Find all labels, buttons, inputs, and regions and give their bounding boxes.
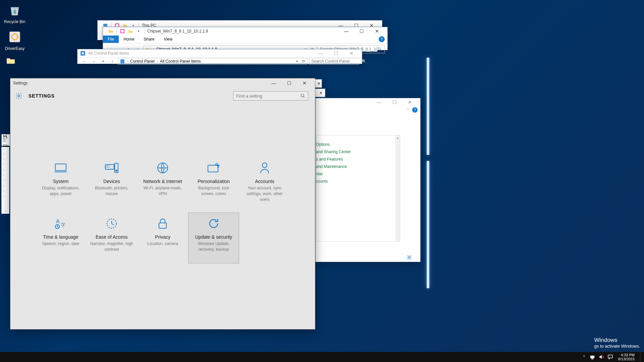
svg-rect-5 — [121, 29, 124, 33]
tile-title: Accounts — [242, 179, 287, 184]
settings-tile-personalization[interactable]: Personalization Background, lock screen,… — [188, 157, 239, 208]
settings-tile-accounts[interactable]: Accounts Your account, sync settings, wo… — [239, 157, 290, 208]
chevron-up-icon[interactable]: ⌃ — [407, 108, 410, 112]
settings-window[interactable]: Settings — ☐ ✕ SETTINGS System Display, … — [10, 78, 315, 329]
nav-forward-button[interactable]: → — [90, 57, 98, 65]
tile-desc: Bluetooth, printers, mouse — [89, 185, 134, 197]
network-icon[interactable] — [590, 354, 595, 360]
close-button[interactable]: ✕ — [316, 79, 322, 87]
taskbar[interactable]: ⌃ 4:33 PM 8/13/2015 — [0, 352, 644, 362]
settings-tile-privacy[interactable]: Privacy Location, camera — [137, 213, 188, 263]
tab-file[interactable]: File — [103, 36, 119, 43]
search-input[interactable] — [236, 94, 301, 99]
search-input[interactable] — [311, 59, 362, 64]
titlebar[interactable]: — ☐ ✕ — [316, 98, 420, 106]
svg-rect-2 — [103, 24, 107, 26]
settings-tile-devices[interactable]: Devices Bluetooth, printers, mouse — [86, 157, 137, 208]
settings-tile-ease[interactable]: Ease of Access Narrator, magnifier, high… — [86, 213, 137, 263]
settings-tile-system[interactable]: System Display, notifications, apps, pow… — [35, 157, 86, 208]
window-title: All Control Panel Items — [88, 51, 313, 56]
tile-desc: Windows Update, recovery, backup — [191, 241, 236, 252]
cp-link[interactable]: s and Features — [316, 156, 351, 163]
nav-back-button[interactable]: ← — [80, 57, 88, 65]
svg-rect-22 — [159, 223, 166, 228]
minimize-button[interactable]: — — [266, 79, 281, 87]
show-desktop-button[interactable] — [640, 352, 642, 362]
breadcrumb-item[interactable]: Control Panel — [130, 59, 155, 64]
nav-recent-button[interactable]: ▾ — [99, 57, 107, 65]
cp-link[interactable]: counts — [316, 178, 351, 185]
nav-back-stub[interactable]: ← — [2, 147, 9, 152]
tab-share[interactable]: Share — [139, 36, 159, 43]
search-icon: 🔍 — [362, 59, 367, 64]
settings-tile-update[interactable]: Update & security Windows Update, recove… — [188, 213, 239, 263]
scrollbar[interactable]: ▴ — [395, 135, 400, 241]
close-button[interactable]: ✕ — [402, 99, 418, 106]
tree-stub[interactable]: ← ››››››››› ⌄ — [1, 147, 9, 214]
properties-icon[interactable] — [119, 28, 125, 34]
svg-rect-11 — [55, 164, 66, 171]
tile-title: Network & Internet — [140, 179, 185, 184]
minimize-button[interactable]: — — [371, 99, 387, 106]
close-button[interactable]: ✕ — [369, 27, 385, 35]
cp-link[interactable]: Options — [316, 141, 351, 148]
action-center-icon[interactable] — [607, 354, 613, 360]
window-title: Chipset_Win7_8_8.1_10_10.1.1.8 — [147, 29, 338, 34]
maximize-button[interactable]: ☐ — [328, 49, 344, 57]
cp-link[interactable]: nter — [316, 170, 351, 178]
svg-point-10 — [301, 94, 304, 97]
control-panel-window[interactable]: All Control Panel Items — ☐ ✕ ← → ▾ ↑ › … — [77, 49, 362, 64]
maximize-button[interactable]: ☐ — [387, 99, 402, 106]
control-panel-links: Options and Sharing Center s and Feature… — [316, 141, 351, 185]
tile-title: Time & language — [38, 234, 83, 240]
tray-overflow-icon[interactable]: ⌃ — [581, 354, 587, 360]
new-folder-icon[interactable] — [127, 28, 133, 34]
settings-search[interactable] — [233, 91, 308, 101]
titlebar[interactable]: All Control Panel Items — ☐ ✕ — [77, 49, 362, 57]
nav-up-button[interactable]: ↑ — [108, 57, 116, 65]
breadcrumb[interactable]: › Control Panel › All Control Panel Item… — [118, 58, 308, 65]
maximize-button[interactable]: ☐ — [354, 27, 369, 35]
breadcrumb-item[interactable]: All Control Panel Items — [160, 59, 201, 64]
cp-link[interactable]: and Maintenance — [316, 163, 351, 170]
privacy-lock-icon — [140, 217, 185, 230]
cp-link[interactable]: and Sharing Center — [316, 148, 351, 156]
svg-rect-25 — [608, 355, 612, 358]
search-icon: 🔍 — [377, 47, 382, 52]
scroll-up-icon[interactable]: ▴ — [396, 136, 399, 139]
titlebar[interactable]: Settings — ☐ ✕ — [10, 78, 315, 88]
close-button[interactable]: ✕ — [316, 89, 325, 97]
maximize-button[interactable]: ☐ — [281, 79, 297, 87]
desktop-icon-label: Recycle Bin — [2, 19, 28, 24]
desktop-icon-drivereasy[interactable]: DriverEasy — [2, 29, 28, 51]
desktop-icon-recycle-bin[interactable]: Recycle Bin — [2, 2, 28, 24]
desktop-icon-folder[interactable] — [5, 57, 16, 66]
tab-view[interactable]: View — [159, 36, 177, 43]
devices-icon — [89, 161, 134, 175]
resize-grip[interactable]: ⧉ — [407, 255, 412, 260]
settings-tile-time[interactable]: A字 Time & language Speech, region, date — [35, 213, 86, 263]
dropdown-icon[interactable]: ▾ — [136, 28, 142, 34]
refresh-icon[interactable]: ⟳ — [302, 59, 305, 64]
close-button[interactable]: ✕ — [297, 79, 312, 87]
tab-home[interactable]: Home — [119, 36, 139, 43]
volume-icon[interactable] — [599, 354, 604, 360]
tile-title: Privacy — [140, 234, 185, 240]
partial-window-2: ✕ — [315, 88, 325, 97]
explorer-window-chipset[interactable]: ▾ Chipset_Win7_8_8.1_10_10.1.1.8 — ☐ ✕ F… — [103, 27, 388, 50]
breadcrumb-dropdown-icon[interactable]: ▾ — [296, 59, 298, 63]
help-icon[interactable]: ? — [412, 107, 418, 113]
chevron-down-icon[interactable]: ⌄ — [2, 209, 9, 214]
svg-text:A: A — [56, 219, 60, 224]
settings-tile-network[interactable]: Network & Internet Wi-Fi, airplane mode,… — [137, 157, 188, 208]
minimize-button[interactable]: — — [338, 27, 354, 35]
close-button[interactable]: ✕ — [344, 49, 359, 57]
search-box[interactable]: 🔍 — [309, 58, 359, 65]
titlebar[interactable]: ▾ Chipset_Win7_8_8.1_10_10.1.1.8 — ☐ ✕ — [103, 27, 387, 35]
minimize-button[interactable]: — — [313, 49, 328, 57]
tile-desc: Location, camera — [140, 241, 185, 247]
tile-title: Personalization — [191, 179, 236, 184]
watermark-line1: Windows — [594, 337, 640, 344]
taskbar-clock[interactable]: 4:33 PM 8/13/2015 — [616, 353, 637, 361]
help-icon[interactable]: ? — [379, 36, 385, 42]
